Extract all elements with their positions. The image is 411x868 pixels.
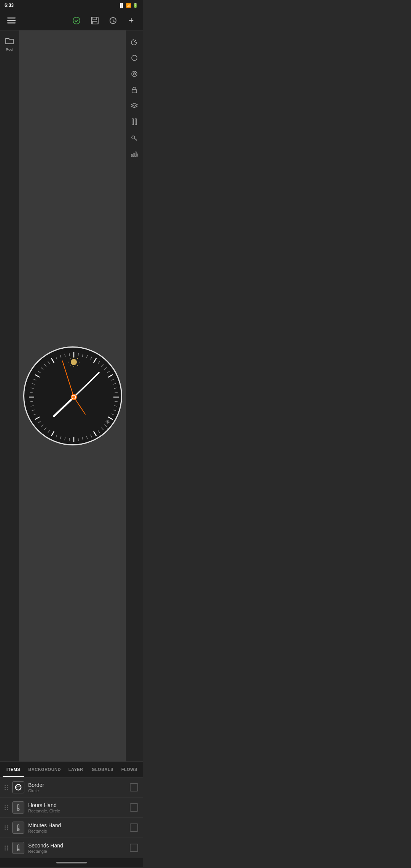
tab-globals[interactable]: GLOBALS: [89, 762, 116, 777]
pause-button[interactable]: [127, 115, 141, 129]
folder-icon: [5, 37, 14, 47]
seconds-hand-text: Seconds Hand Rectangle: [28, 842, 126, 854]
svg-line-16: [104, 367, 107, 369]
hours-hand-checkbox[interactable]: [130, 803, 138, 812]
svg-line-30: [104, 424, 107, 426]
list-item[interactable]: Minutes Hand Rectangle: [0, 818, 143, 838]
circle-select-button[interactable]: [127, 51, 141, 65]
drag-handle[interactable]: [5, 805, 8, 810]
minutes-hand-checkbox[interactable]: [130, 823, 138, 832]
minutes-hand-icon: [12, 822, 24, 834]
svg-rect-6: [92, 21, 97, 24]
svg-line-25: [114, 405, 117, 406]
list-item[interactable]: Hours Hand Rectangle, Circle: [0, 798, 143, 818]
svg-line-57: [33, 379, 36, 380]
battery-icon: 🔋: [133, 3, 138, 8]
border-item-text: Border Circle: [28, 782, 126, 793]
svg-line-56: [32, 383, 35, 384]
tabs-bar: ITEMS BACKGROUND LAYER GLOBALS FLOWS: [0, 761, 143, 777]
svg-line-73: [70, 358, 70, 359]
bottom-bar: [0, 858, 143, 867]
svg-point-92: [132, 136, 135, 139]
svg-point-102: [17, 829, 19, 831]
save-button[interactable]: [87, 13, 102, 28]
svg-rect-5: [93, 17, 97, 20]
list-item[interactable]: Seconds Hand Rectangle: [0, 838, 143, 858]
svg-line-27: [111, 414, 114, 415]
svg-point-100: [17, 809, 19, 811]
clock-preview: ☀ ↕: [23, 346, 122, 445]
drag-handle[interactable]: [5, 825, 8, 830]
history-button[interactable]: [105, 13, 121, 28]
layers-button[interactable]: [127, 99, 141, 113]
status-bar: 6:33 ▐▌ 📶 🔋: [0, 0, 143, 11]
minutes-hand-title: Minutes Hand: [28, 822, 126, 828]
root-folder-item[interactable]: Root: [2, 35, 17, 53]
svg-line-43: [51, 431, 54, 436]
tab-background[interactable]: BACKGROUND: [27, 762, 62, 777]
hours-hand-title: Hours Hand: [28, 802, 126, 808]
canvas-area: ☀ ↕: [19, 30, 126, 761]
svg-line-66: [64, 354, 65, 357]
svg-rect-91: [135, 119, 137, 125]
svg-line-55: [30, 388, 33, 389]
hours-hand-text: Hours Hand Rectangle, Circle: [28, 802, 126, 813]
tab-layer[interactable]: LAYER: [62, 762, 89, 777]
svg-line-51: [30, 405, 33, 406]
add-button[interactable]: +: [124, 13, 139, 28]
border-checkbox[interactable]: [130, 783, 138, 791]
svg-line-34: [90, 435, 91, 437]
tab-flows[interactable]: FLOWS: [116, 762, 143, 777]
svg-line-26: [113, 410, 116, 410]
menu-button[interactable]: [4, 13, 19, 28]
svg-line-12: [90, 357, 91, 359]
svg-line-42: [56, 435, 57, 437]
clock-face: ☀ ↕: [23, 346, 122, 445]
home-indicator: [56, 862, 87, 863]
top-toolbar: +: [0, 11, 143, 30]
svg-line-78: [74, 373, 99, 397]
svg-point-68: [71, 359, 77, 365]
items-list: Border Circle Hours Hand Rectangle, Circ…: [0, 777, 143, 858]
seconds-hand-checkbox[interactable]: [130, 844, 138, 852]
tab-items[interactable]: ITEMS: [0, 762, 27, 777]
svg-line-59: [38, 371, 40, 373]
svg-line-9: [78, 353, 78, 356]
svg-line-48: [35, 417, 39, 420]
hours-hand-icon: [12, 801, 24, 814]
moon-button[interactable]: [127, 35, 141, 49]
minutes-hand-text: Minutes Hand Rectangle: [28, 822, 126, 833]
svg-rect-93: [131, 155, 132, 156]
active-mode-button[interactable]: [69, 13, 84, 28]
border-subtitle: Circle: [28, 788, 126, 793]
drag-handle[interactable]: [5, 785, 8, 790]
svg-line-41: [60, 436, 61, 439]
svg-point-85: [132, 55, 137, 61]
svg-line-60: [41, 367, 43, 369]
svg-line-61: [44, 364, 46, 367]
svg-line-32: [98, 430, 100, 432]
seconds-hand-title: Seconds Hand: [28, 842, 126, 849]
svg-line-31: [101, 428, 103, 430]
seconds-hand-subtitle: Rectangle: [28, 849, 126, 854]
svg-line-15: [101, 364, 103, 367]
svg-line-20: [113, 383, 116, 384]
list-item[interactable]: Border Circle: [0, 777, 143, 798]
svg-line-50: [32, 410, 35, 410]
svg-point-88: [134, 73, 135, 74]
analytics-button[interactable]: [127, 147, 141, 161]
target-button[interactable]: [127, 67, 141, 81]
drag-handle[interactable]: [5, 846, 8, 850]
lock-button[interactable]: [127, 83, 141, 97]
svg-line-74: [77, 358, 78, 359]
svg-line-24: [115, 401, 118, 402]
svg-line-75: [70, 365, 70, 366]
svg-line-76: [77, 365, 78, 366]
svg-line-47: [38, 421, 40, 423]
unlock-key-button[interactable]: [127, 131, 141, 145]
svg-text:↕: ↕: [106, 427, 108, 431]
svg-line-67: [69, 353, 69, 356]
svg-rect-0: [7, 18, 16, 19]
svg-point-104: [17, 849, 19, 851]
svg-line-79: [62, 361, 74, 397]
